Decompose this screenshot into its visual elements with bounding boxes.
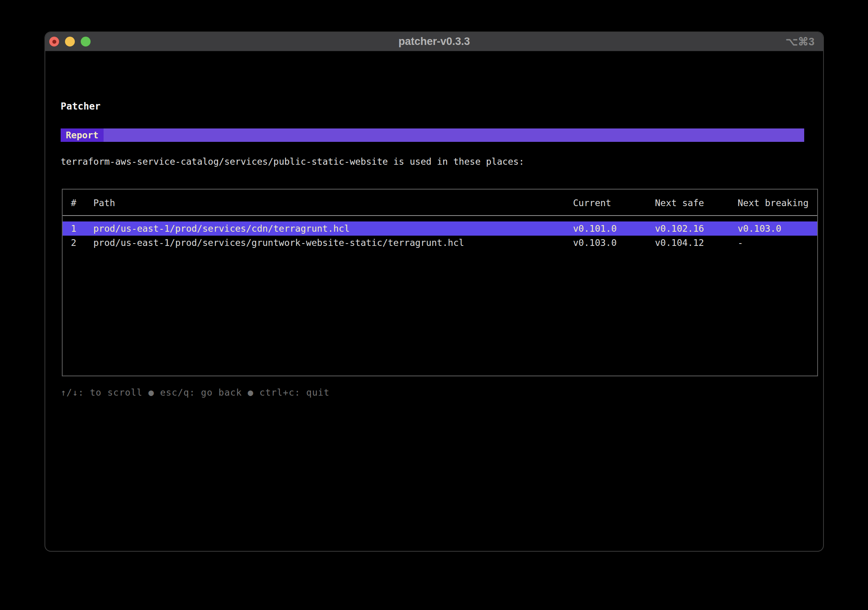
- row-path: prod/us-east-1/prod/services/gruntwork-w…: [93, 236, 573, 250]
- table-header: # Path Current Next safe Next breaking: [63, 190, 817, 216]
- row-path: prod/us-east-1/prod/services/cdn/terragr…: [93, 221, 573, 236]
- usage-description: terraform-aws-service-catalog/services/p…: [61, 155, 524, 168]
- titlebar: patcher-v0.3.3 ⌥⌘3: [45, 32, 823, 51]
- usage-table: # Path Current Next safe Next breaking 1…: [62, 189, 818, 376]
- row-num: 1: [71, 221, 93, 236]
- row-next-breaking-version: v0.103.0: [738, 221, 817, 236]
- terminal-content: Patcher Report terraform-aws-service-cat…: [45, 52, 823, 551]
- unsaved-indicator-dot: [52, 40, 56, 44]
- minimize-button[interactable]: [65, 37, 75, 46]
- table-body: 1 prod/us-east-1/prod/services/cdn/terra…: [63, 216, 817, 250]
- column-header-next-safe: Next safe: [655, 196, 738, 210]
- tab-shortcut-label: ⌥⌘3: [786, 32, 814, 51]
- terminal-window: patcher-v0.3.3 ⌥⌘3 Patcher Report terraf…: [45, 32, 824, 552]
- tab-bar: Report: [61, 128, 804, 142]
- window-title: patcher-v0.3.3: [399, 35, 470, 48]
- row-next-breaking-version: -: [738, 236, 817, 250]
- row-current-version: v0.103.0: [573, 236, 655, 250]
- table-row[interactable]: 1 prod/us-east-1/prod/services/cdn/terra…: [63, 221, 817, 236]
- row-next-safe-version: v0.102.16: [655, 221, 738, 236]
- column-header-num: #: [71, 196, 93, 210]
- table-row[interactable]: 2 prod/us-east-1/prod/services/gruntwork…: [63, 236, 817, 250]
- column-header-next-breaking: Next breaking: [738, 196, 817, 210]
- close-button[interactable]: [49, 37, 59, 46]
- zoom-button[interactable]: [81, 37, 91, 46]
- keyboard-help: ↑/↓: to scroll ● esc/q: go back ● ctrl+c…: [61, 386, 330, 399]
- row-next-safe-version: v0.104.12: [655, 236, 738, 250]
- page-title: Patcher: [61, 101, 100, 112]
- row-current-version: v0.101.0: [573, 221, 655, 236]
- column-header-current: Current: [573, 196, 655, 210]
- traffic-lights: [49, 32, 91, 51]
- column-header-path: Path: [93, 196, 573, 210]
- row-num: 2: [71, 236, 93, 250]
- tab-report[interactable]: Report: [61, 128, 104, 142]
